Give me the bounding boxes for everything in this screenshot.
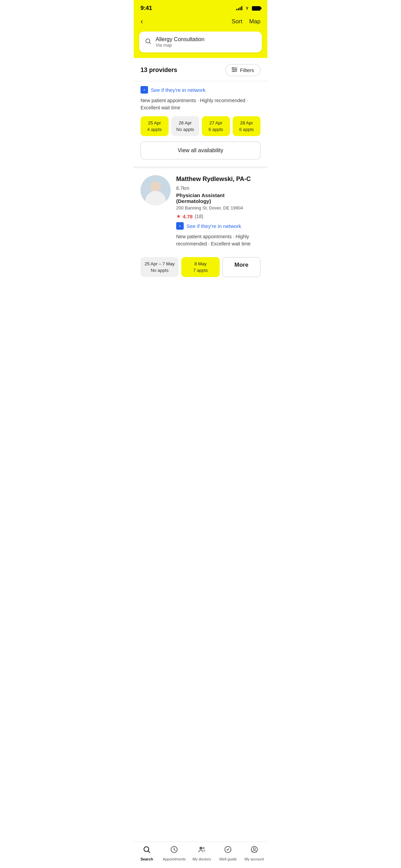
status-icons <box>236 6 260 11</box>
date-slot-0[interactable]: 25 Apr 4 appts <box>141 116 169 136</box>
search-bar-text: Allergy Consultation Via map <box>156 36 204 48</box>
view-all-button[interactable]: View all availability <box>141 142 260 159</box>
content: 13 providers Filters + See if they're in… <box>134 58 267 315</box>
provider-distance: 8.7km <box>176 184 189 191</box>
shield-icon: + <box>141 86 148 94</box>
slot-1-appts: No appts <box>174 127 197 132</box>
search-container: Allergy Consultation Via map <box>134 32 267 58</box>
slot-2-date: 27 Apr <box>205 120 227 125</box>
slot-0-date: 25 Apr <box>143 120 166 125</box>
matthew-slot-0: 25 Apr – 7 May No appts <box>141 257 179 277</box>
partial-card: + See if they're in network New patient … <box>134 81 267 111</box>
matthew-slot-1[interactable]: 8 May 7 appts <box>181 257 219 277</box>
partial-network-link[interactable]: + See if they're in network <box>141 86 260 94</box>
filters-label: Filters <box>240 67 254 73</box>
rating-value: 4.78 <box>183 214 193 219</box>
slot-3-date: 28 Apr <box>235 120 258 125</box>
sort-button[interactable]: Sort <box>232 18 242 25</box>
date-slot-1: 26 Apr No appts <box>171 116 199 136</box>
header: ‹ Sort Map <box>134 14 267 32</box>
filter-icon <box>232 67 237 73</box>
status-time: 9:41 <box>141 5 152 12</box>
provider-name-row: Matthew Rydlewski, PA-C 8.7km <box>176 175 260 191</box>
provider-specialty: Physician Assistant (Dermatology) <box>176 192 260 204</box>
slot-0-appts: 4 appts <box>143 127 166 132</box>
providers-count: 13 providers <box>141 67 177 74</box>
header-actions: Sort Map <box>232 18 260 25</box>
map-button[interactable]: Map <box>249 18 260 25</box>
slot-2-appts: 6 appts <box>205 127 227 132</box>
search-sub-text: Via map <box>156 43 204 48</box>
matthew-slot-1-appts: 7 appts <box>184 268 217 273</box>
filters-button[interactable]: Filters <box>225 64 260 76</box>
matthew-more-button[interactable]: More <box>222 257 260 277</box>
date-slot-3[interactable]: 28 Apr 6 appts <box>233 116 261 136</box>
search-main-text: Allergy Consultation <box>156 36 204 43</box>
slot-1-date: 26 Apr <box>174 120 197 125</box>
provider-name: Matthew Rydlewski, PA-C <box>176 175 251 183</box>
rating-row: ★ 4.78 (18) <box>176 213 260 219</box>
slot-3-appts: 6 appts <box>235 127 258 132</box>
star-icon: ★ <box>176 213 181 219</box>
partial-date-slots: 25 Apr 4 appts 26 Apr No appts 27 Apr 6 … <box>134 116 267 140</box>
provider-info: Matthew Rydlewski, PA-C 8.7km Physician … <box>176 175 260 252</box>
provider-top: Matthew Rydlewski, PA-C 8.7km Physician … <box>141 175 260 252</box>
provider-card-matthew: Matthew Rydlewski, PA-C 8.7km Physician … <box>134 166 267 252</box>
network-link[interactable]: + See if they're in network <box>176 222 260 230</box>
matthew-slot-0-appts: No appts <box>143 268 176 273</box>
back-button[interactable]: ‹ <box>141 17 143 26</box>
signal-icon <box>236 6 242 10</box>
svg-point-7 <box>233 71 234 72</box>
partial-tags: New patient appointments · Highly recomm… <box>141 97 260 111</box>
search-icon <box>145 38 151 46</box>
matthew-date-slots: 25 Apr – 7 May No appts 8 May 7 appts Mo… <box>134 257 267 284</box>
wifi-icon <box>244 6 250 11</box>
matthew-slot-0-date: 25 Apr – 7 May <box>143 261 176 266</box>
rating-count: (18) <box>195 214 203 219</box>
svg-point-6 <box>235 69 236 70</box>
svg-point-0 <box>247 9 247 10</box>
provider-address: 200 Banning St, Dover, DE 19904 <box>176 205 260 210</box>
search-bar[interactable]: Allergy Consultation Via map <box>139 32 262 52</box>
status-bar: 9:41 <box>134 0 267 14</box>
date-slot-2[interactable]: 27 Apr 6 appts <box>202 116 230 136</box>
matthew-slot-1-date: 8 May <box>184 261 217 266</box>
more-label: More <box>234 262 248 268</box>
battery-icon <box>252 6 260 11</box>
providers-header: 13 providers Filters <box>134 58 267 81</box>
provider-tags: New patient appointments · Highly recomm… <box>176 233 260 248</box>
shield-icon-2: + <box>176 222 184 230</box>
svg-point-5 <box>232 67 234 69</box>
provider-avatar <box>141 175 171 205</box>
